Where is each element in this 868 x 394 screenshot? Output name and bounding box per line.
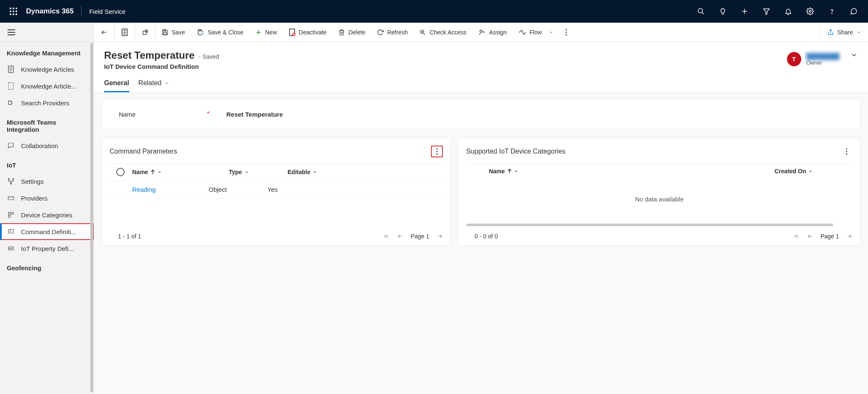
svg-rect-23: [8, 83, 13, 89]
command-parameters-more-button[interactable]: [431, 146, 443, 157]
share-button[interactable]: Share: [821, 23, 868, 42]
column-label: Created On: [774, 168, 806, 175]
no-data-message: No data available: [466, 179, 852, 219]
cell-type: Object: [209, 186, 267, 193]
page-status: 1 - 1 of 1: [118, 233, 141, 240]
svg-point-25: [13, 178, 14, 180]
prev-page-button[interactable]: [807, 233, 813, 239]
svg-rect-48: [164, 32, 167, 34]
check-access-button[interactable]: Check Access: [413, 23, 472, 42]
owner-block[interactable]: T ████████ Owner: [787, 52, 839, 66]
sidebar-item-command-definitions[interactable]: Command Definiti...: [0, 223, 94, 240]
svg-rect-32: [8, 215, 10, 217]
sidebar-item-label: Search Providers: [21, 99, 69, 107]
svg-point-62: [436, 148, 437, 149]
plus-icon[interactable]: [734, 0, 756, 23]
app-launcher-icon[interactable]: [3, 0, 24, 23]
topbar-divider: [81, 6, 81, 17]
next-page-button[interactable]: [847, 233, 852, 239]
search-icon[interactable]: [690, 0, 712, 23]
record-set-button[interactable]: [115, 23, 135, 42]
more-commands-button[interactable]: [559, 23, 573, 42]
sidebar-item-device-categories[interactable]: Device Categories: [0, 206, 94, 223]
new-button[interactable]: New: [249, 23, 283, 42]
property-icon: [7, 244, 15, 253]
field-name-value[interactable]: Reset Temperature: [226, 111, 283, 118]
record-title: Reset Temperature: [104, 50, 195, 61]
sidebar-item-collaboration[interactable]: Collaboration: [0, 137, 94, 154]
sidebar-item-knowledge-articles[interactable]: Knowledge Articles: [0, 61, 94, 78]
svg-point-7: [13, 13, 14, 15]
first-page-button[interactable]: [384, 233, 390, 239]
flow-button[interactable]: Flow: [512, 23, 559, 42]
column-label: Editable: [288, 169, 310, 175]
svg-rect-49: [199, 30, 201, 31]
share-label: Share: [837, 29, 853, 36]
sidebar-scrollbar[interactable]: [90, 43, 93, 392]
cell-editable: Yes: [267, 186, 326, 193]
sidebar-item-iot-property-definitions[interactable]: IoT Property Defi...: [0, 240, 94, 257]
sidebar-item-knowledge-article-templates[interactable]: Knowledge Article...: [0, 78, 94, 94]
prev-page-button[interactable]: [397, 233, 403, 239]
assign-button[interactable]: Assign: [472, 23, 512, 42]
owner-label: Owner: [806, 60, 839, 66]
expand-header-button[interactable]: [850, 51, 858, 59]
field-name-label: Name: [119, 111, 178, 118]
select-all-checkbox[interactable]: [116, 168, 125, 176]
column-header-editable[interactable]: Editable: [288, 169, 346, 175]
chevron-down-icon: [514, 169, 518, 173]
chevron-down-icon: [549, 30, 554, 35]
sidebar-section-iot: IoT: [0, 154, 94, 173]
save-button[interactable]: Save: [156, 23, 191, 42]
hamburger-icon[interactable]: [8, 29, 15, 35]
plus-green-icon: [255, 29, 262, 36]
sidebar-item-search-providers[interactable]: Search Providers: [0, 94, 94, 111]
svg-point-2: [16, 8, 17, 9]
save-close-button[interactable]: Save & Close: [191, 23, 249, 42]
app-name[interactable]: Field Service: [89, 8, 125, 15]
svg-point-6: [10, 13, 11, 15]
sidebar-item-label: Knowledge Articles: [21, 66, 74, 73]
sidebar-item-iot-providers[interactable]: Providers: [0, 190, 94, 206]
refresh-button[interactable]: Refresh: [371, 23, 413, 42]
svg-line-56: [424, 33, 425, 34]
svg-point-26: [10, 183, 12, 184]
column-header-name[interactable]: Name: [469, 168, 628, 175]
tab-general[interactable]: General: [104, 76, 129, 92]
svg-line-10: [702, 12, 704, 14]
puzzle-icon: [7, 99, 15, 107]
filter-icon[interactable]: [756, 0, 777, 23]
column-header-type[interactable]: Type: [229, 169, 288, 175]
sidebar-item-iot-settings[interactable]: Settings: [0, 173, 94, 190]
lightbulb-icon[interactable]: [712, 0, 734, 23]
svg-point-60: [565, 34, 567, 35]
chevron-down-icon: [313, 170, 317, 174]
column-header-created-on[interactable]: Created On: [774, 168, 850, 175]
sidebar-item-label: Knowledge Article...: [21, 83, 76, 90]
cell-name[interactable]: Reading: [112, 186, 209, 193]
trash-icon: [338, 29, 345, 36]
tab-related[interactable]: Related: [139, 76, 169, 92]
assign-icon: [478, 29, 486, 36]
deactivate-button[interactable]: Deactivate: [283, 23, 332, 42]
svg-point-3: [10, 10, 11, 12]
column-header-name[interactable]: Name: [132, 169, 229, 175]
first-page-button[interactable]: [794, 233, 800, 239]
refresh-label: Refresh: [387, 29, 408, 36]
tab-label: Related: [139, 79, 162, 87]
help-icon[interactable]: [821, 0, 843, 23]
back-button[interactable]: [94, 23, 115, 42]
open-new-window-button[interactable]: [135, 23, 156, 42]
deactivate-icon: [289, 29, 295, 36]
delete-button[interactable]: Delete: [332, 23, 371, 42]
svg-marker-13: [763, 9, 769, 15]
next-page-button[interactable]: [437, 233, 443, 239]
bell-icon[interactable]: [777, 0, 799, 23]
table-row[interactable]: Reading Object Yes: [110, 180, 443, 198]
column-label: Type: [229, 169, 242, 175]
page-label: Page 1: [821, 233, 839, 240]
assistant-icon[interactable]: [843, 0, 865, 23]
device-categories-more-button[interactable]: [841, 146, 852, 157]
gear-icon[interactable]: [799, 0, 821, 23]
chevron-down-icon: [808, 169, 813, 173]
